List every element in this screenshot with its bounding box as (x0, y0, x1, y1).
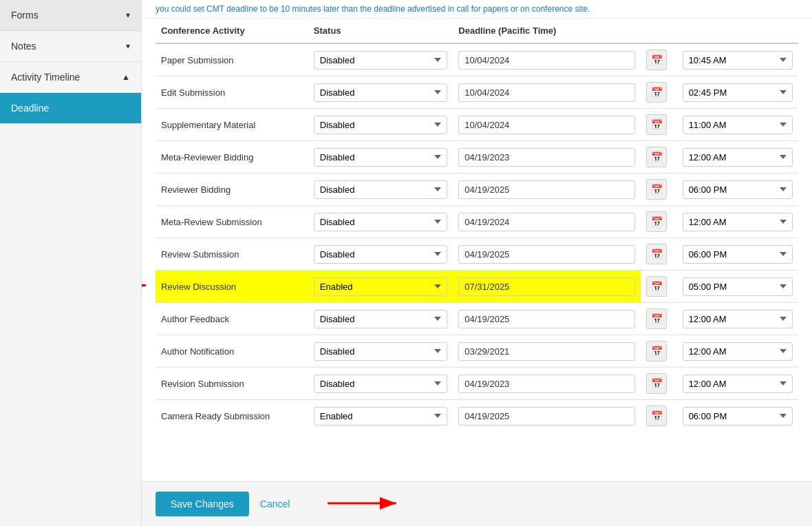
time-select[interactable]: 12:00 AM01:00 AM02:00 AM03:00 AM04:00 AM… (683, 277, 793, 296)
table-row: Review DiscussionDisabledEnabled📅12:00 A… (156, 271, 798, 303)
col-header-status: Status (308, 19, 453, 43)
date-input[interactable] (458, 342, 635, 361)
date-input[interactable] (458, 407, 635, 425)
time-cell: 12:00 AM01:00 AM02:00 AM03:00 AM04:00 AM… (677, 76, 798, 109)
date-cell (453, 271, 641, 303)
calendar-cell: 📅 (641, 335, 676, 368)
status-select[interactable]: DisabledEnabled (314, 83, 447, 102)
sidebar: Forms▾Notes▾Activity Timeline▲Deadline (0, 0, 142, 526)
status-cell: DisabledEnabled (308, 173, 453, 206)
time-select[interactable]: 12:00 AM01:00 AM02:00 AM03:00 AM04:00 AM… (683, 148, 793, 167)
activity-cell: Edit Submission (156, 76, 308, 109)
date-input[interactable] (458, 375, 635, 393)
table-row: Review SubmissionDisabledEnabled📅12:00 A… (156, 238, 798, 271)
status-cell: DisabledEnabled (308, 43, 453, 76)
status-select[interactable]: DisabledEnabled (314, 277, 447, 296)
time-cell: 12:00 AM01:00 AM02:00 AM03:00 AM04:00 AM… (677, 303, 798, 335)
calendar-icon[interactable]: 📅 (646, 179, 667, 200)
activity-cell: Review Submission (156, 238, 308, 271)
col-header-activity: Conference Activity (156, 19, 308, 43)
chevron-icon: ▾ (126, 41, 130, 51)
status-cell: DisabledEnabled (308, 109, 453, 141)
status-select[interactable]: DisabledEnabled (314, 375, 447, 393)
calendar-cell: 📅 (641, 141, 676, 173)
sidebar-item-label: Notes (11, 41, 36, 52)
calendar-cell: 📅 (641, 368, 676, 400)
status-select[interactable]: DisabledEnabled (314, 310, 447, 328)
time-select[interactable]: 12:00 AM01:00 AM02:00 AM03:00 AM04:00 AM… (683, 310, 793, 328)
table-row: Revision SubmissionDisabledEnabled📅12:00… (156, 368, 798, 400)
time-cell: 12:00 AM01:00 AM02:00 AM03:00 AM04:00 AM… (677, 238, 798, 271)
date-input[interactable] (458, 245, 635, 264)
sidebar-item-forms[interactable]: Forms▾ (0, 0, 141, 31)
calendar-icon[interactable]: 📅 (646, 341, 667, 361)
date-cell (453, 141, 641, 173)
status-select[interactable]: DisabledEnabled (314, 342, 447, 361)
calendar-cell: 📅 (641, 271, 676, 303)
date-input[interactable] (458, 148, 635, 167)
status-cell: DisabledEnabled (308, 206, 453, 238)
main-content: you could set CMT deadline to be 10 minu… (142, 0, 812, 526)
date-input[interactable] (458, 213, 635, 231)
sidebar-item-label: Forms (11, 10, 39, 21)
calendar-cell: 📅 (641, 76, 676, 109)
date-input[interactable] (458, 277, 635, 296)
status-select[interactable]: DisabledEnabled (314, 51, 447, 70)
calendar-icon[interactable]: 📅 (646, 276, 667, 297)
chevron-icon: ▾ (126, 10, 130, 20)
table-row: Author FeedbackDisabledEnabled📅12:00 AM0… (156, 303, 798, 335)
time-select[interactable]: 12:00 AM01:00 AM02:00 AM03:00 AM04:00 AM… (683, 375, 793, 393)
table-row: Author NotificationDisabledEnabled📅12:00… (156, 335, 798, 368)
time-select[interactable]: 12:00 AM01:00 AM02:00 AM03:00 AM04:00 AM… (683, 407, 793, 425)
calendar-icon[interactable]: 📅 (646, 82, 667, 103)
save-button[interactable]: Save Changes (156, 492, 249, 516)
calendar-icon[interactable]: 📅 (646, 406, 667, 426)
status-select[interactable]: DisabledEnabled (314, 245, 447, 264)
time-select[interactable]: 12:00 AM01:00 AM02:00 AM03:00 AM04:00 AM… (683, 180, 793, 199)
calendar-icon[interactable]: 📅 (646, 373, 667, 394)
calendar-cell: 📅 (641, 206, 676, 238)
table-row: Meta-Reviewer BiddingDisabledEnabled📅12:… (156, 141, 798, 173)
activity-cell: Paper Submission (156, 43, 308, 76)
activity-cell: Review Discussion (156, 271, 308, 303)
status-select[interactable]: DisabledEnabled (314, 407, 447, 425)
calendar-icon[interactable]: 📅 (646, 308, 667, 329)
calendar-icon[interactable]: 📅 (646, 211, 667, 232)
date-input[interactable] (458, 116, 635, 134)
date-input[interactable] (458, 83, 635, 102)
date-cell (453, 238, 641, 271)
date-input[interactable] (458, 310, 635, 328)
calendar-icon[interactable]: 📅 (646, 147, 667, 167)
time-select[interactable]: 12:00 AM01:00 AM02:00 AM03:00 AM04:00 AM… (683, 245, 793, 264)
status-cell: DisabledEnabled (308, 368, 453, 400)
cancel-button[interactable]: Cancel (260, 498, 290, 509)
sidebar-item-notes[interactable]: Notes▾ (0, 31, 141, 62)
time-cell: 12:00 AM01:00 AM02:00 AM03:00 AM04:00 AM… (677, 173, 798, 206)
time-select[interactable]: 12:00 AM01:00 AM02:00 AM03:00 AM04:00 AM… (683, 116, 793, 134)
sidebar-item-deadline[interactable]: Deadline (0, 93, 141, 124)
activity-cell: Meta-Reviewer Bidding (156, 141, 308, 173)
time-select[interactable]: 12:00 AM01:00 AM02:00 AM03:00 AM04:00 AM… (683, 51, 793, 70)
calendar-icon[interactable]: 📅 (646, 114, 667, 135)
calendar-cell: 📅 (641, 400, 676, 432)
status-select[interactable]: DisabledEnabled (314, 213, 447, 231)
calendar-cell: 📅 (641, 173, 676, 206)
table-row: Camera Ready SubmissionDisabledEnabled📅1… (156, 400, 798, 432)
date-input[interactable] (458, 51, 635, 70)
date-input[interactable] (458, 180, 635, 199)
activity-table: Conference Activity Status Deadline (Pac… (156, 19, 798, 432)
footer-arrow (328, 493, 410, 514)
status-select[interactable]: DisabledEnabled (314, 148, 447, 167)
time-select[interactable]: 12:00 AM01:00 AM02:00 AM03:00 AM04:00 AM… (683, 83, 793, 102)
sidebar-item-activity-timeline[interactable]: Activity Timeline▲ (0, 62, 141, 93)
calendar-icon[interactable]: 📅 (646, 244, 667, 264)
time-select[interactable]: 12:00 AM01:00 AM02:00 AM03:00 AM04:00 AM… (683, 213, 793, 231)
sidebar-item-label: Deadline (11, 103, 49, 114)
time-select[interactable]: 12:00 AM01:00 AM02:00 AM03:00 AM04:00 AM… (683, 342, 793, 361)
date-cell (453, 206, 641, 238)
status-select[interactable]: DisabledEnabled (314, 116, 447, 134)
calendar-icon[interactable]: 📅 (646, 50, 667, 70)
activity-cell: Meta-Review Submission (156, 206, 308, 238)
status-select[interactable]: DisabledEnabled (314, 180, 447, 199)
sidebar-item-label: Activity Timeline (11, 72, 80, 83)
